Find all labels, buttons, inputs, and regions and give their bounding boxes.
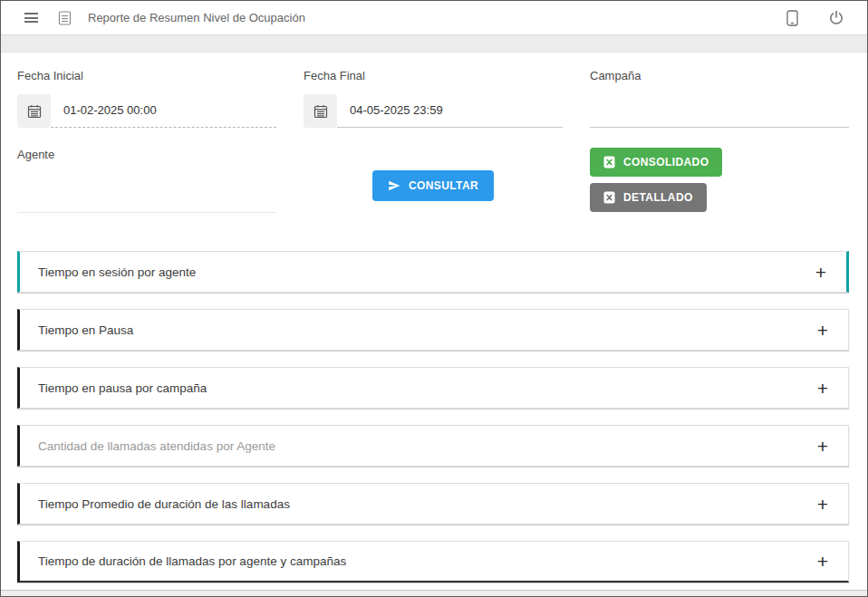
expand-plus-icon[interactable]: + <box>814 495 832 514</box>
agente-input[interactable] <box>17 173 276 213</box>
consultar-cell: CONSULTAR <box>304 148 563 213</box>
expand-plus-icon[interactable]: + <box>814 321 832 340</box>
report-file-icon <box>54 7 75 29</box>
footer-strip <box>1 590 867 596</box>
menu-icon[interactable] <box>21 7 42 29</box>
consultar-button[interactable]: CONSULTAR <box>372 170 494 201</box>
fecha-final-label: Fecha Final <box>304 69 563 82</box>
accordion-title: Tiempo en sesión por agente <box>38 265 196 279</box>
agente-label: Agente <box>17 148 276 161</box>
campana-input[interactable] <box>590 94 849 128</box>
accordion-title: Tiempo Promedio de duración de las llama… <box>38 497 290 511</box>
consolidado-button[interactable]: CONSOLIDADO <box>590 148 722 177</box>
app-window: Reporte de Resumen Nivel de Ocupación <box>0 0 868 597</box>
agente-field: Agente <box>17 148 276 213</box>
fecha-inicial-label: Fecha Inicial <box>17 69 276 82</box>
accordion-tiempo-en-sesion-por-agente[interactable]: Tiempo en sesión por agente + <box>17 251 849 293</box>
report-filter-form: Fecha Inicial <box>17 69 849 213</box>
accordion-title: Tiempo de duración de llamadas por agent… <box>38 554 346 568</box>
page-background-strip <box>1 35 867 53</box>
send-icon <box>388 179 400 192</box>
expand-plus-icon[interactable]: + <box>812 263 830 282</box>
accordion-title: Tiempo en pausa por campaña <box>38 381 207 395</box>
expand-plus-icon[interactable]: + <box>814 552 832 571</box>
report-sections: Tiempo en sesión por agente + Tiempo en … <box>17 251 849 583</box>
consolidado-label: CONSOLIDADO <box>623 156 709 169</box>
accordion-tiempo-en-pausa[interactable]: Tiempo en Pausa + <box>17 309 849 351</box>
top-bar: Reporte de Resumen Nivel de Ocupación <box>1 1 867 35</box>
fecha-final-field: Fecha Final <box>304 69 563 128</box>
fecha-inicial-field: Fecha Inicial <box>17 69 276 128</box>
fecha-inicial-calendar-button[interactable] <box>17 94 51 128</box>
accordion-cantidad-llamadas-atendidas[interactable]: Cantidad de llamadas atendidas por Agent… <box>17 425 849 467</box>
fecha-inicial-input[interactable] <box>51 94 276 128</box>
detallado-label: DETALLADO <box>623 191 693 204</box>
calendar-icon <box>27 104 42 119</box>
accordion-tiempo-promedio-duracion[interactable]: Tiempo Promedio de duración de las llama… <box>17 483 849 525</box>
power-icon[interactable] <box>825 6 847 29</box>
accordion-tiempo-duracion-agente-campanas[interactable]: Tiempo de duración de llamadas por agent… <box>17 541 849 583</box>
detallado-button[interactable]: DETALLADO <box>590 183 707 212</box>
consultar-label: CONSULTAR <box>409 179 478 192</box>
expand-plus-icon[interactable]: + <box>814 437 832 456</box>
mobile-device-icon[interactable] <box>783 6 802 30</box>
fecha-final-input[interactable] <box>337 94 563 128</box>
campana-label: Campaña <box>590 69 849 82</box>
accordion-title: Cantidad de llamadas atendidas por Agent… <box>38 439 275 453</box>
accordion-title: Tiempo en Pausa <box>38 323 133 337</box>
excel-file-icon <box>603 191 615 204</box>
accordion-tiempo-en-pausa-por-campana[interactable]: Tiempo en pausa por campaña + <box>17 367 849 409</box>
excel-file-icon <box>603 156 615 169</box>
main-content: Fecha Inicial <box>1 53 867 590</box>
fecha-final-calendar-button[interactable] <box>304 94 337 128</box>
page-title: Reporte de Resumen Nivel de Ocupación <box>88 11 305 24</box>
calendar-icon <box>313 104 328 119</box>
export-buttons: CONSOLIDADO DETALLADO <box>590 148 849 213</box>
campana-field: Campaña <box>590 69 849 128</box>
expand-plus-icon[interactable]: + <box>814 379 832 398</box>
